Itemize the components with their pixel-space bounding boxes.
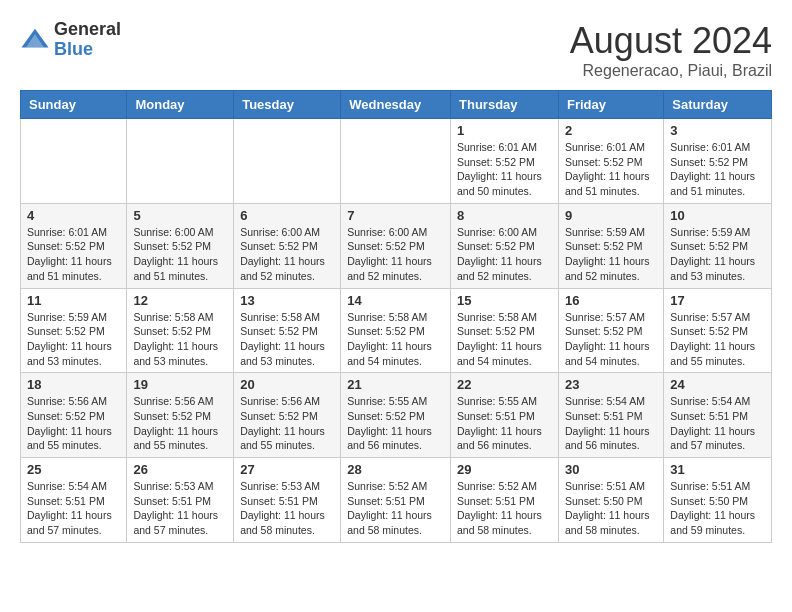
day-number: 25 xyxy=(27,462,120,477)
day-number: 12 xyxy=(133,293,227,308)
day-info: Sunrise: 6:01 AMSunset: 5:52 PMDaylight:… xyxy=(27,225,120,284)
title-block: August 2024 Regeneracao, Piaui, Brazil xyxy=(570,20,772,80)
calendar-cell xyxy=(21,119,127,204)
calendar-cell: 8Sunrise: 6:00 AMSunset: 5:52 PMDaylight… xyxy=(451,203,559,288)
calendar-cell: 22Sunrise: 5:55 AMSunset: 5:51 PMDayligh… xyxy=(451,373,559,458)
calendar-cell: 23Sunrise: 5:54 AMSunset: 5:51 PMDayligh… xyxy=(558,373,663,458)
day-info: Sunrise: 6:00 AMSunset: 5:52 PMDaylight:… xyxy=(133,225,227,284)
month-year: August 2024 xyxy=(570,20,772,62)
day-info: Sunrise: 6:01 AMSunset: 5:52 PMDaylight:… xyxy=(457,140,552,199)
day-number: 26 xyxy=(133,462,227,477)
day-number: 29 xyxy=(457,462,552,477)
calendar-cell: 4Sunrise: 6:01 AMSunset: 5:52 PMDaylight… xyxy=(21,203,127,288)
calendar-cell: 6Sunrise: 6:00 AMSunset: 5:52 PMDaylight… xyxy=(234,203,341,288)
day-number: 15 xyxy=(457,293,552,308)
day-number: 22 xyxy=(457,377,552,392)
day-info: Sunrise: 6:00 AMSunset: 5:52 PMDaylight:… xyxy=(347,225,444,284)
calendar-cell: 5Sunrise: 6:00 AMSunset: 5:52 PMDaylight… xyxy=(127,203,234,288)
calendar-cell: 10Sunrise: 5:59 AMSunset: 5:52 PMDayligh… xyxy=(664,203,772,288)
calendar-cell: 9Sunrise: 5:59 AMSunset: 5:52 PMDaylight… xyxy=(558,203,663,288)
calendar-cell: 24Sunrise: 5:54 AMSunset: 5:51 PMDayligh… xyxy=(664,373,772,458)
day-number: 23 xyxy=(565,377,657,392)
calendar-cell: 12Sunrise: 5:58 AMSunset: 5:52 PMDayligh… xyxy=(127,288,234,373)
day-info: Sunrise: 5:54 AMSunset: 5:51 PMDaylight:… xyxy=(565,394,657,453)
calendar-cell: 26Sunrise: 5:53 AMSunset: 5:51 PMDayligh… xyxy=(127,458,234,543)
week-row-2: 11Sunrise: 5:59 AMSunset: 5:52 PMDayligh… xyxy=(21,288,772,373)
day-info: Sunrise: 5:56 AMSunset: 5:52 PMDaylight:… xyxy=(27,394,120,453)
week-row-0: 1Sunrise: 6:01 AMSunset: 5:52 PMDaylight… xyxy=(21,119,772,204)
calendar-body: 1Sunrise: 6:01 AMSunset: 5:52 PMDaylight… xyxy=(21,119,772,543)
calendar-cell: 18Sunrise: 5:56 AMSunset: 5:52 PMDayligh… xyxy=(21,373,127,458)
day-info: Sunrise: 5:52 AMSunset: 5:51 PMDaylight:… xyxy=(347,479,444,538)
header-row: SundayMondayTuesdayWednesdayThursdayFrid… xyxy=(21,91,772,119)
week-row-4: 25Sunrise: 5:54 AMSunset: 5:51 PMDayligh… xyxy=(21,458,772,543)
calendar-cell: 17Sunrise: 5:57 AMSunset: 5:52 PMDayligh… xyxy=(664,288,772,373)
day-info: Sunrise: 5:52 AMSunset: 5:51 PMDaylight:… xyxy=(457,479,552,538)
day-number: 8 xyxy=(457,208,552,223)
day-number: 18 xyxy=(27,377,120,392)
calendar-cell: 19Sunrise: 5:56 AMSunset: 5:52 PMDayligh… xyxy=(127,373,234,458)
day-info: Sunrise: 5:58 AMSunset: 5:52 PMDaylight:… xyxy=(240,310,334,369)
header-cell-saturday: Saturday xyxy=(664,91,772,119)
day-info: Sunrise: 5:55 AMSunset: 5:52 PMDaylight:… xyxy=(347,394,444,453)
day-info: Sunrise: 5:55 AMSunset: 5:51 PMDaylight:… xyxy=(457,394,552,453)
logo-icon xyxy=(20,25,50,55)
day-info: Sunrise: 5:59 AMSunset: 5:52 PMDaylight:… xyxy=(565,225,657,284)
calendar-cell: 14Sunrise: 5:58 AMSunset: 5:52 PMDayligh… xyxy=(341,288,451,373)
day-info: Sunrise: 5:57 AMSunset: 5:52 PMDaylight:… xyxy=(670,310,765,369)
day-number: 5 xyxy=(133,208,227,223)
page-header: General Blue August 2024 Regeneracao, Pi… xyxy=(20,20,772,80)
day-info: Sunrise: 5:58 AMSunset: 5:52 PMDaylight:… xyxy=(347,310,444,369)
calendar-cell xyxy=(127,119,234,204)
day-info: Sunrise: 6:01 AMSunset: 5:52 PMDaylight:… xyxy=(670,140,765,199)
calendar-cell: 1Sunrise: 6:01 AMSunset: 5:52 PMDaylight… xyxy=(451,119,559,204)
day-number: 1 xyxy=(457,123,552,138)
header-cell-monday: Monday xyxy=(127,91,234,119)
logo-blue: Blue xyxy=(54,40,121,60)
day-info: Sunrise: 5:51 AMSunset: 5:50 PMDaylight:… xyxy=(670,479,765,538)
calendar-cell: 31Sunrise: 5:51 AMSunset: 5:50 PMDayligh… xyxy=(664,458,772,543)
week-row-1: 4Sunrise: 6:01 AMSunset: 5:52 PMDaylight… xyxy=(21,203,772,288)
calendar-cell: 21Sunrise: 5:55 AMSunset: 5:52 PMDayligh… xyxy=(341,373,451,458)
location: Regeneracao, Piaui, Brazil xyxy=(570,62,772,80)
logo: General Blue xyxy=(20,20,121,60)
day-number: 24 xyxy=(670,377,765,392)
day-number: 9 xyxy=(565,208,657,223)
day-number: 31 xyxy=(670,462,765,477)
day-number: 7 xyxy=(347,208,444,223)
calendar-cell xyxy=(341,119,451,204)
day-info: Sunrise: 5:53 AMSunset: 5:51 PMDaylight:… xyxy=(133,479,227,538)
header-cell-thursday: Thursday xyxy=(451,91,559,119)
calendar-cell: 2Sunrise: 6:01 AMSunset: 5:52 PMDaylight… xyxy=(558,119,663,204)
calendar-cell: 3Sunrise: 6:01 AMSunset: 5:52 PMDaylight… xyxy=(664,119,772,204)
calendar-cell: 16Sunrise: 5:57 AMSunset: 5:52 PMDayligh… xyxy=(558,288,663,373)
calendar-cell xyxy=(234,119,341,204)
day-info: Sunrise: 5:51 AMSunset: 5:50 PMDaylight:… xyxy=(565,479,657,538)
day-info: Sunrise: 6:01 AMSunset: 5:52 PMDaylight:… xyxy=(565,140,657,199)
calendar-cell: 20Sunrise: 5:56 AMSunset: 5:52 PMDayligh… xyxy=(234,373,341,458)
day-info: Sunrise: 5:56 AMSunset: 5:52 PMDaylight:… xyxy=(240,394,334,453)
calendar-cell: 7Sunrise: 6:00 AMSunset: 5:52 PMDaylight… xyxy=(341,203,451,288)
calendar-cell: 13Sunrise: 5:58 AMSunset: 5:52 PMDayligh… xyxy=(234,288,341,373)
day-info: Sunrise: 6:00 AMSunset: 5:52 PMDaylight:… xyxy=(240,225,334,284)
day-info: Sunrise: 5:59 AMSunset: 5:52 PMDaylight:… xyxy=(27,310,120,369)
day-number: 16 xyxy=(565,293,657,308)
calendar-cell: 30Sunrise: 5:51 AMSunset: 5:50 PMDayligh… xyxy=(558,458,663,543)
day-info: Sunrise: 5:57 AMSunset: 5:52 PMDaylight:… xyxy=(565,310,657,369)
day-number: 28 xyxy=(347,462,444,477)
day-info: Sunrise: 6:00 AMSunset: 5:52 PMDaylight:… xyxy=(457,225,552,284)
calendar-cell: 11Sunrise: 5:59 AMSunset: 5:52 PMDayligh… xyxy=(21,288,127,373)
day-number: 14 xyxy=(347,293,444,308)
day-number: 10 xyxy=(670,208,765,223)
day-info: Sunrise: 5:54 AMSunset: 5:51 PMDaylight:… xyxy=(27,479,120,538)
header-cell-wednesday: Wednesday xyxy=(341,91,451,119)
day-number: 27 xyxy=(240,462,334,477)
day-number: 6 xyxy=(240,208,334,223)
calendar-table: SundayMondayTuesdayWednesdayThursdayFrid… xyxy=(20,90,772,543)
day-info: Sunrise: 5:59 AMSunset: 5:52 PMDaylight:… xyxy=(670,225,765,284)
day-number: 3 xyxy=(670,123,765,138)
header-cell-sunday: Sunday xyxy=(21,91,127,119)
calendar-cell: 27Sunrise: 5:53 AMSunset: 5:51 PMDayligh… xyxy=(234,458,341,543)
day-number: 19 xyxy=(133,377,227,392)
calendar-cell: 28Sunrise: 5:52 AMSunset: 5:51 PMDayligh… xyxy=(341,458,451,543)
